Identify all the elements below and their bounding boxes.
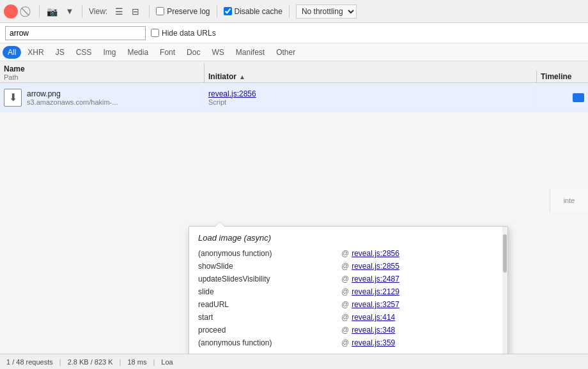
popup-func-5: start bbox=[198, 313, 339, 322]
toolbar: ⃠ 📷 ▼ View: ☰ ⊟ Preserve log Disable cac… bbox=[0, 0, 588, 23]
cell-name: ⬇ arrow.png s3.amazonaws.com/hakim-... bbox=[0, 83, 205, 112]
popup-at-2: @ bbox=[341, 275, 349, 283]
popup-scrollbar-thumb bbox=[503, 234, 507, 273]
camera-icon[interactable]: 📷 bbox=[44, 4, 59, 19]
column-header-timeline[interactable]: Timeline bbox=[537, 71, 588, 82]
status-sep-1: | bbox=[59, 358, 61, 366]
group-view-button[interactable]: ⊟ bbox=[128, 4, 143, 19]
popup-row-1: showSlide @ reveal.js:2855 bbox=[198, 262, 499, 271]
call-stack-popup: Load image (async) (anonymous function) … bbox=[189, 226, 508, 354]
tab-xhr[interactable]: XHR bbox=[22, 46, 49, 59]
popup-at-1: @ bbox=[341, 262, 349, 271]
file-info: arrow.png s3.amazonaws.com/hakim-... bbox=[27, 89, 118, 106]
popup-row-4: readURL @ reveal.js:3257 bbox=[198, 300, 499, 309]
disable-cache-checkbox-label[interactable]: Disable cache bbox=[224, 7, 282, 16]
popup-at-6: @ bbox=[341, 326, 349, 335]
status-sep-2: | bbox=[120, 358, 121, 366]
popup-link-2[interactable]: reveal.js:2487 bbox=[352, 275, 399, 283]
popup-func-1: showSlide bbox=[198, 262, 339, 271]
status-size: 2.8 KB / 823 K bbox=[68, 358, 113, 366]
popup-row-3: slide @ reveal.js:2129 bbox=[198, 287, 499, 296]
status-sep-3: | bbox=[153, 358, 155, 366]
hide-urls-label[interactable]: Hide data URLs bbox=[151, 29, 216, 38]
popup-link-0[interactable]: reveal.js:2856 bbox=[352, 249, 399, 258]
file-domain: s3.amazonaws.com/hakim-... bbox=[27, 98, 118, 106]
popup-title: Load image (async) bbox=[198, 233, 499, 243]
preserve-log-checkbox[interactable] bbox=[156, 7, 164, 15]
status-extra: Loa bbox=[161, 358, 173, 366]
toolbar-separator-1 bbox=[39, 5, 40, 18]
file-icon: ⬇ bbox=[4, 89, 22, 107]
initiator-link[interactable]: reveal.js:2856 bbox=[208, 89, 532, 98]
popup-row-6: proceed @ reveal.js:348 bbox=[198, 326, 499, 335]
list-view-button[interactable]: ☰ bbox=[112, 4, 126, 19]
column-header-name[interactable]: Name Path bbox=[0, 63, 205, 82]
column-header-initiator[interactable]: Initiator ▲ bbox=[205, 71, 537, 82]
popup-at-5: @ bbox=[341, 313, 349, 322]
search-input[interactable]: arrow bbox=[5, 26, 146, 40]
popup-func-7: (anonymous function) bbox=[198, 338, 339, 347]
popup-link-6[interactable]: reveal.js:348 bbox=[352, 326, 395, 335]
disable-cache-label: Disable cache bbox=[235, 7, 282, 16]
col-timeline-label: Timeline bbox=[541, 72, 571, 81]
popup-at-3: @ bbox=[341, 287, 349, 296]
popup-scrollbar[interactable] bbox=[502, 227, 507, 354]
popup-link-4[interactable]: reveal.js:3257 bbox=[352, 300, 399, 309]
popup-at-0: @ bbox=[341, 249, 349, 258]
popup-func-3: slide bbox=[198, 287, 339, 296]
hide-urls-checkbox[interactable] bbox=[151, 29, 159, 37]
throttle-select[interactable]: No throttling bbox=[296, 4, 357, 19]
table-row[interactable]: ⬇ arrow.png s3.amazonaws.com/hakim-... r… bbox=[0, 83, 588, 112]
popup-row-5: start @ reveal.js:414 bbox=[198, 313, 499, 322]
popup-link-7[interactable]: reveal.js:359 bbox=[352, 338, 395, 347]
tab-media[interactable]: Media bbox=[122, 46, 153, 59]
toolbar-separator-2 bbox=[82, 5, 82, 18]
hide-urls-text: Hide data URLs bbox=[162, 29, 216, 38]
type-tabs: All XHR JS CSS Img Media Font Doc WS Man… bbox=[0, 43, 588, 61]
record-button[interactable] bbox=[4, 4, 18, 19]
popup-func-4: readURL bbox=[198, 300, 339, 309]
status-requests: 1 / 48 requests bbox=[6, 358, 53, 366]
tab-doc[interactable]: Doc bbox=[182, 46, 205, 59]
col-initiator-label: Initiator bbox=[208, 72, 236, 81]
popup-link-1[interactable]: reveal.js:2855 bbox=[352, 262, 399, 271]
table-header: Name Path Initiator ▲ Timeline bbox=[0, 61, 588, 83]
toolbar-separator-3 bbox=[149, 5, 150, 18]
timeline-bar bbox=[573, 93, 584, 102]
filter-icon[interactable]: ▼ bbox=[62, 4, 77, 19]
main-area: Name Path Initiator ▲ Timeline ⬇ arrow.p… bbox=[0, 61, 588, 354]
tab-css[interactable]: CSS bbox=[71, 46, 97, 59]
popup-func-2: updateSlidesVisibility bbox=[198, 275, 339, 283]
preserve-log-checkbox-label[interactable]: Preserve log bbox=[156, 7, 210, 16]
popup-link-3[interactable]: reveal.js:2129 bbox=[352, 287, 399, 296]
tab-other[interactable]: Other bbox=[271, 46, 300, 59]
disable-cache-checkbox[interactable] bbox=[224, 7, 232, 15]
tab-img[interactable]: Img bbox=[98, 46, 121, 59]
popup-row-7: (anonymous function) @ reveal.js:359 bbox=[198, 338, 499, 347]
sort-arrow-icon: ▲ bbox=[239, 73, 245, 80]
cell-initiator: reveal.js:2856 Script bbox=[205, 83, 537, 112]
popup-func-6: proceed bbox=[198, 326, 339, 335]
tab-font[interactable]: Font bbox=[155, 46, 180, 59]
tab-js[interactable]: JS bbox=[50, 46, 70, 59]
clear-button[interactable]: ⃠ bbox=[20, 4, 35, 19]
tab-all[interactable]: All bbox=[3, 46, 21, 59]
tab-ws[interactable]: WS bbox=[206, 46, 229, 59]
preserve-log-label: Preserve log bbox=[167, 7, 210, 16]
status-bar: 1 / 48 requests | 2.8 KB / 823 K | 18 ms… bbox=[0, 354, 588, 369]
network-table: Name Path Initiator ▲ Timeline ⬇ arrow.p… bbox=[0, 61, 588, 112]
popup-func-0: (anonymous function) bbox=[198, 249, 339, 258]
popup-content: Load image (async) (anonymous function) … bbox=[189, 227, 507, 354]
status-time: 18 ms bbox=[127, 358, 146, 366]
col-name-label: Name bbox=[4, 64, 200, 73]
popup-link-5[interactable]: reveal.js:414 bbox=[352, 313, 395, 322]
popup-at-4: @ bbox=[341, 300, 349, 309]
popup-row-2: updateSlidesVisibility @ reveal.js:2487 bbox=[198, 275, 499, 283]
cell-timeline bbox=[537, 83, 588, 112]
popup-row-0: (anonymous function) @ reveal.js:2856 bbox=[198, 249, 499, 258]
tab-manifest[interactable]: Manifest bbox=[231, 46, 270, 59]
filter-bar: arrow Hide data URLs bbox=[0, 23, 588, 43]
right-hint-text: inte bbox=[564, 197, 575, 204]
toolbar-separator-5 bbox=[289, 5, 290, 18]
right-panel-hint: inte bbox=[550, 189, 588, 212]
